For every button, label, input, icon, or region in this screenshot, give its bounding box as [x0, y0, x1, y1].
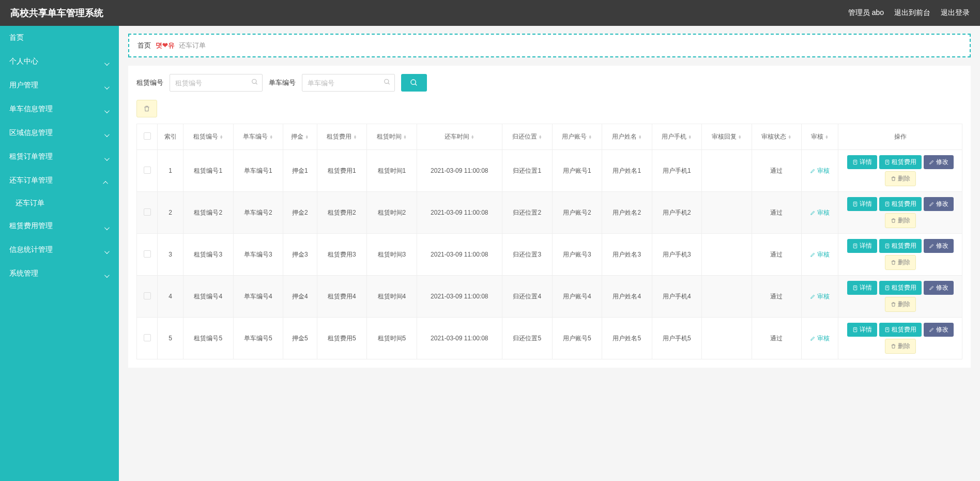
- sort-icon: [738, 135, 742, 139]
- card: 租赁编号 单车编号: [128, 66, 971, 368]
- col-user-phone[interactable]: 用户手机: [652, 124, 702, 150]
- col-return-time[interactable]: 还车时间: [417, 124, 502, 150]
- main-content: 首页 뎟❤유 还车订单 租赁编号 单车编号: [119, 26, 980, 481]
- checkbox-row[interactable]: [144, 208, 151, 216]
- sort-icon: [788, 135, 791, 139]
- col-rent-fee[interactable]: 租赁费用: [317, 124, 367, 150]
- cell-rent-time: 租赁时间2: [367, 192, 417, 234]
- detail-button[interactable]: 详情: [847, 155, 877, 169]
- sidebar-item-2[interactable]: 用户管理: [0, 73, 119, 97]
- cell-user-phone: 用户手机4: [652, 276, 702, 318]
- review-link[interactable]: 审核: [810, 250, 830, 259]
- cell-review-reply: [702, 276, 752, 318]
- checkbox-row[interactable]: [144, 167, 151, 174]
- cell-return-time: 2021-03-09 11:00:08: [417, 234, 502, 276]
- col-rent-no[interactable]: 租赁编号: [183, 124, 234, 150]
- sidebar-item-label: 单车信息管理: [9, 104, 53, 114]
- user-label[interactable]: 管理员 abo: [848, 8, 884, 18]
- sidebar: 首页个人中心用户管理单车信息管理区域信息管理租赁订单管理还车订单管理还车订单租赁…: [0, 26, 119, 481]
- cell-user-name: 用户姓名2: [602, 192, 652, 234]
- sidebar-item-7[interactable]: 租赁费用管理: [0, 214, 119, 238]
- cell-review-status: 通过: [752, 234, 802, 276]
- cell-review-status: 通过: [752, 276, 802, 318]
- checkbox-all[interactable]: [144, 132, 151, 140]
- delete-button[interactable]: 删除: [885, 213, 916, 228]
- exit-front-link[interactable]: 退出到前台: [894, 8, 930, 18]
- fee-button[interactable]: 租赁费用: [879, 281, 922, 295]
- review-link[interactable]: 审核: [810, 334, 830, 343]
- col-index[interactable]: 索引: [158, 124, 183, 150]
- review-link[interactable]: 审核: [810, 208, 830, 217]
- sort-icon: [353, 135, 357, 139]
- table-row: 4租赁编号4单车编号4押金4租赁费用4租赁时间42021-03-09 11:00…: [137, 276, 962, 318]
- rent-no-label: 租赁编号: [136, 78, 163, 87]
- cell-user-acc: 用户账号5: [552, 318, 602, 359]
- sidebar-item-3[interactable]: 单车信息管理: [0, 97, 119, 121]
- edit-button[interactable]: 修改: [924, 197, 954, 211]
- fee-button[interactable]: 租赁费用: [879, 239, 922, 253]
- cell-rent-time: 租赁时间4: [367, 276, 417, 318]
- checkbox-row[interactable]: [144, 250, 151, 258]
- cell-bike-no: 单车编号3: [233, 234, 283, 276]
- sidebar-item-8[interactable]: 信息统计管理: [0, 238, 119, 262]
- fee-button[interactable]: 租赁费用: [879, 323, 922, 337]
- review-link[interactable]: 审核: [810, 167, 830, 175]
- cell-deposit: 押金3: [283, 234, 317, 276]
- col-return-loc[interactable]: 归还位置: [502, 124, 553, 150]
- delete-button[interactable]: 删除: [885, 171, 916, 186]
- sidebar-item-5[interactable]: 租赁订单管理: [0, 145, 119, 169]
- checkbox-row[interactable]: [144, 334, 151, 341]
- bike-no-input[interactable]: [302, 74, 395, 92]
- sidebar-subitem[interactable]: 还车订单: [0, 192, 119, 214]
- edit-button[interactable]: 修改: [924, 323, 954, 337]
- detail-button[interactable]: 详情: [847, 239, 877, 253]
- fee-button[interactable]: 租赁费用: [879, 155, 922, 169]
- col-user-name[interactable]: 用户姓名: [602, 124, 652, 150]
- cell-index: 4: [158, 276, 183, 318]
- sort-icon: [539, 135, 542, 139]
- cell-return-time: 2021-03-09 11:00:08: [417, 150, 502, 192]
- sidebar-item-label: 首页: [9, 33, 24, 42]
- edit-button[interactable]: 修改: [924, 155, 954, 169]
- col-review-reply[interactable]: 审核回复: [702, 124, 752, 150]
- logout-link[interactable]: 退出登录: [941, 8, 970, 18]
- header: 高校共享单车管理系统 管理员 abo 退出到前台 退出登录: [0, 0, 980, 26]
- batch-delete-button[interactable]: [136, 100, 157, 117]
- data-table: 索引 租赁编号 单车编号 押金 租赁费用 租赁时间 还车时间 归还位置 用户账号…: [136, 124, 962, 359]
- cell-rent-time: 租赁时间5: [367, 318, 417, 359]
- sidebar-item-1[interactable]: 个人中心: [0, 50, 119, 73]
- fee-button[interactable]: 租赁费用: [879, 197, 922, 211]
- review-link[interactable]: 审核: [810, 292, 830, 301]
- cell-index: 2: [158, 192, 183, 234]
- delete-button[interactable]: 删除: [885, 339, 916, 354]
- detail-button[interactable]: 详情: [847, 281, 877, 295]
- col-user-acc[interactable]: 用户账号: [552, 124, 602, 150]
- detail-button[interactable]: 详情: [847, 323, 877, 337]
- checkbox-row[interactable]: [144, 292, 151, 299]
- delete-button[interactable]: 删除: [885, 297, 916, 312]
- col-review[interactable]: 审核: [802, 124, 838, 150]
- edit-button[interactable]: 修改: [924, 239, 954, 253]
- sidebar-item-label: 还车订单管理: [9, 176, 53, 185]
- sidebar-item-4[interactable]: 区域信息管理: [0, 121, 119, 145]
- edit-button[interactable]: 修改: [924, 281, 954, 295]
- sidebar-item-9[interactable]: 系统管理: [0, 262, 119, 285]
- cell-user-acc: 用户账号3: [552, 234, 602, 276]
- svg-point-4: [411, 80, 416, 84]
- detail-button[interactable]: 详情: [847, 197, 877, 211]
- search-button[interactable]: [401, 74, 427, 92]
- cell-return-loc: 归还位置3: [502, 234, 553, 276]
- col-review-status[interactable]: 审核状态: [752, 124, 802, 150]
- col-bike-no[interactable]: 单车编号: [233, 124, 283, 150]
- col-deposit[interactable]: 押金: [283, 124, 317, 150]
- col-rent-time[interactable]: 租赁时间: [367, 124, 417, 150]
- sidebar-item-6[interactable]: 还车订单管理: [0, 169, 119, 192]
- rent-no-input[interactable]: [170, 74, 263, 92]
- cell-rent-fee: 租赁费用3: [317, 234, 367, 276]
- sidebar-item-0[interactable]: 首页: [0, 26, 119, 50]
- sidebar-item-label: 区域信息管理: [9, 128, 53, 138]
- breadcrumb-home[interactable]: 首页: [137, 41, 151, 49]
- chevron-down-icon: [104, 107, 110, 112]
- delete-button[interactable]: 删除: [885, 255, 916, 270]
- cell-user-name: 用户姓名1: [602, 150, 652, 192]
